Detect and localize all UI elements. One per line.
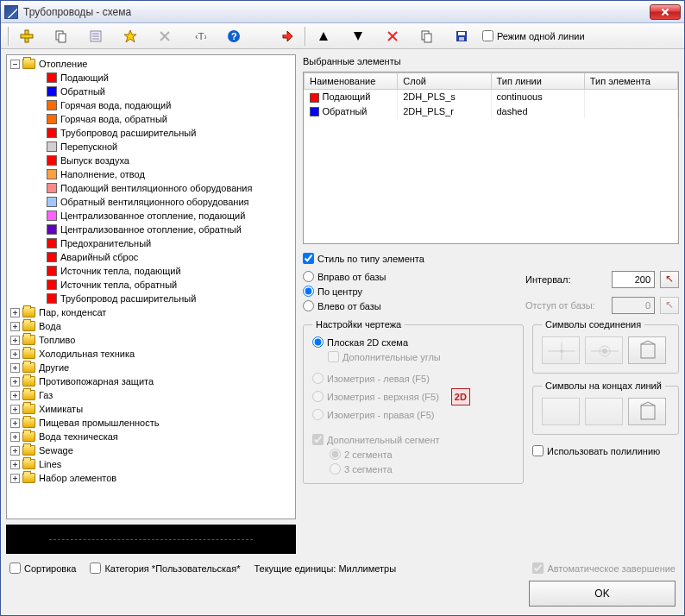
apply-arrow-button[interactable] [277, 26, 298, 47]
tree-toggle-icon[interactable] [10, 474, 20, 483]
tree-toggle-icon[interactable] [10, 391, 20, 400]
tree-item[interactable]: Подающий вентиляционного оборудования [9, 181, 293, 195]
interval-pick-button[interactable] [660, 271, 679, 288]
svg-marker-8 [124, 30, 136, 42]
tree-folder[interactable]: Газ [9, 388, 293, 402]
tree-folder[interactable]: Пищевая промышленность [9, 416, 293, 430]
tree-folder[interactable]: Sewage [9, 443, 293, 457]
tree-toggle-icon[interactable] [10, 432, 20, 442]
use-polyline-label: Использовать полилинию [547, 446, 660, 456]
tree-view[interactable]: ОтоплениеПодающийОбратныйГорячая вода, п… [6, 54, 296, 519]
selected-elements-grid[interactable]: НаименованиеСлойТип линииТип элемента По… [303, 72, 679, 244]
interval-input[interactable] [612, 271, 655, 288]
text-tool-button[interactable]: ‹T› [189, 26, 210, 47]
tree-toggle-icon[interactable] [10, 349, 20, 359]
tree-folder[interactable]: Набор элементов [9, 471, 293, 485]
join-symbol-more-button[interactable] [628, 336, 666, 364]
tree-toggle-icon[interactable] [10, 460, 20, 469]
tree-toggle-icon[interactable] [10, 405, 20, 414]
sort-checkbox[interactable] [9, 563, 21, 574]
svg-rect-22 [459, 37, 464, 41]
flat-2d-radio[interactable] [312, 336, 324, 348]
add-button[interactable] [16, 26, 37, 47]
remove-button[interactable] [382, 26, 403, 47]
tree-toggle-icon[interactable] [10, 60, 20, 69]
tree-folder[interactable]: Холодильная техника [9, 347, 293, 361]
tree-toggle-icon[interactable] [10, 322, 20, 331]
tree-folder[interactable]: Топливо [9, 333, 293, 347]
tree-item[interactable]: Обратный [9, 85, 293, 98]
tree-toggle-icon[interactable] [10, 418, 20, 428]
iso-left-radio [312, 373, 324, 384]
tree-item[interactable]: Аварийный сброс [9, 250, 293, 264]
table-row[interactable]: Обратный2DH_PLS_rdashed [305, 104, 678, 119]
grid-column-header[interactable]: Наименование [305, 73, 398, 90]
seg3-radio [330, 463, 341, 475]
svg-rect-3 [59, 34, 66, 42]
offset-left-radio[interactable] [303, 300, 314, 311]
tree-folder[interactable]: Химикаты [9, 402, 293, 416]
tree-item[interactable]: Источник тепла, подающий [9, 264, 293, 278]
base-offset-pick-button [660, 297, 679, 314]
ok-button[interactable]: OK [529, 581, 676, 607]
tree-toggle-icon[interactable] [10, 446, 20, 456]
tree-folder[interactable]: Пар, конденсат [9, 305, 293, 319]
tree-item[interactable]: Выпуск воздуха [9, 154, 293, 167]
table-row[interactable]: Подающий2DH_PLS_scontinuous [305, 90, 678, 104]
window-title: Трубопроводы - схема [23, 6, 650, 18]
tree-root[interactable]: Отопление [9, 57, 293, 71]
tree-item[interactable]: Централизованное отопление, обратный [9, 223, 293, 236]
tree-item-label: Трубопровод расширительный [60, 128, 196, 138]
tree-folder[interactable]: Противопожарная защита [9, 374, 293, 388]
svg-rect-1 [21, 35, 33, 38]
favorite-button[interactable] [120, 26, 141, 47]
cell-linetype: continuous [491, 90, 584, 104]
tree-toggle-icon[interactable] [10, 363, 20, 373]
tree-item[interactable]: Горячая вода, подающий [9, 98, 293, 112]
tree-folder[interactable]: Lines [9, 457, 293, 471]
close-icon[interactable] [650, 4, 681, 20]
tree-folder[interactable]: Вода техническая [9, 430, 293, 443]
end-symbol-more-button[interactable] [628, 398, 666, 425]
tree-folder[interactable]: Вода [9, 319, 293, 333]
tree-item[interactable]: Подающий [9, 71, 293, 85]
tree-toggle-icon[interactable] [10, 308, 20, 317]
grid-column-header[interactable]: Слой [398, 73, 491, 90]
drawing-settings-heading: Настройки чертежа [312, 319, 405, 330]
category-checkbox[interactable] [90, 563, 101, 574]
tree-item[interactable]: Перепускной [9, 140, 293, 154]
tree-toggle-icon[interactable] [10, 377, 20, 387]
tree-item-label: Газ [39, 390, 53, 400]
tree-item[interactable]: Централизованное отопление, подающий [9, 209, 293, 223]
add-angles-checkbox [328, 351, 339, 362]
tree-item-label: Предохранительный [60, 238, 151, 248]
body: ОтоплениеПодающийОбратныйГорячая вода, п… [1, 49, 684, 559]
tree-folder[interactable]: Другие [9, 361, 293, 374]
grid-column-header[interactable]: Тип линии [491, 73, 584, 90]
tree-toggle-icon[interactable] [10, 336, 20, 345]
tree-item[interactable]: Обратный вентиляционного оборудования [9, 195, 293, 209]
right-column: Выбранные элементы НаименованиеСлойТип л… [303, 54, 679, 554]
tree-item[interactable]: Горячая вода, обратный [9, 112, 293, 126]
save-button[interactable] [451, 26, 472, 47]
delete-button[interactable] [154, 26, 175, 47]
single-line-checkbox[interactable] [482, 30, 493, 41]
copy-row-button[interactable] [417, 26, 437, 47]
folder-icon [22, 459, 35, 469]
tree-item[interactable]: Источник тепла, обратный [9, 278, 293, 292]
grid-column-header[interactable]: Тип элемента [584, 73, 677, 90]
help-button[interactable]: ? [223, 26, 244, 47]
tree-item[interactable]: Предохранительный [9, 236, 293, 250]
move-up-button[interactable] [313, 26, 334, 47]
properties-button[interactable] [85, 26, 106, 47]
style-by-element-checkbox[interactable] [303, 253, 314, 264]
tree-item[interactable]: Наполнение, отвод [9, 167, 293, 181]
use-polyline-checkbox[interactable] [532, 445, 544, 456]
tree-item[interactable]: Трубопровод расширительный [9, 126, 293, 140]
move-down-button[interactable] [348, 26, 368, 47]
offset-center-radio[interactable] [303, 286, 314, 297]
copy-button[interactable] [51, 26, 72, 47]
tree-item-label: Подающий [60, 72, 109, 83]
offset-right-radio[interactable] [303, 271, 314, 282]
tree-item[interactable]: Трубопровод расширительный [9, 292, 293, 305]
